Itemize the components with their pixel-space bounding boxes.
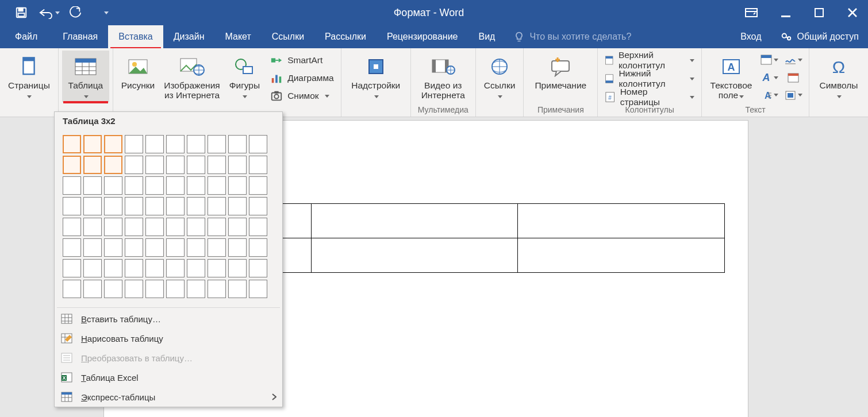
links-button[interactable]: Ссылки (479, 51, 520, 102)
grid-cell[interactable] (83, 259, 102, 277)
grid-cell[interactable] (228, 135, 247, 153)
symbols-button[interactable]: Ω Символы (813, 51, 865, 102)
grid-cell[interactable] (249, 135, 267, 153)
save-icon[interactable] (10, 0, 32, 25)
grid-cell[interactable] (83, 238, 102, 257)
pages-button[interactable]: Страницы (3, 51, 55, 102)
grid-cell[interactable] (187, 176, 205, 195)
grid-cell[interactable] (104, 135, 122, 153)
close-icon[interactable] (847, 7, 858, 18)
grid-cell[interactable] (228, 197, 247, 215)
grid-cell[interactable] (145, 156, 164, 174)
grid-cell[interactable] (83, 218, 102, 236)
screenshot-button[interactable]: Снимок (267, 88, 337, 105)
grid-cell[interactable] (249, 280, 267, 298)
grid-cell[interactable] (125, 280, 143, 298)
grid-cell[interactable] (83, 280, 102, 298)
text-box-button[interactable]: A Текстовое поле (705, 51, 757, 102)
grid-cell[interactable] (249, 197, 267, 215)
grid-cell[interactable] (228, 176, 247, 195)
tab-home[interactable]: Главная (52, 25, 108, 48)
insert-table-item[interactable]: Вставить таблицу… (55, 309, 282, 329)
comment-button[interactable]: Примечание (527, 51, 594, 102)
grid-cell[interactable] (145, 280, 164, 298)
grid-cell[interactable] (187, 280, 205, 298)
undo-icon[interactable] (33, 0, 63, 25)
grid-cell[interactable] (125, 197, 143, 215)
grid-cell[interactable] (63, 197, 81, 215)
grid-cell[interactable] (166, 197, 185, 215)
grid-cell[interactable] (166, 218, 185, 236)
wordart-button[interactable]: A (759, 71, 779, 85)
quick-tables-item[interactable]: Экспресс-таблицы (55, 387, 282, 407)
chart-button[interactable]: Диаграмма (267, 70, 337, 86)
tab-review[interactable]: Рецензирование (377, 25, 468, 48)
grid-cell[interactable] (104, 218, 122, 236)
grid-cell[interactable] (145, 176, 164, 195)
grid-cell[interactable] (208, 259, 226, 277)
drop-cap-button[interactable]: A (759, 88, 779, 102)
grid-cell[interactable] (104, 156, 122, 174)
grid-cell[interactable] (63, 280, 81, 298)
grid-cell[interactable] (125, 259, 143, 277)
grid-cell[interactable] (104, 176, 122, 195)
grid-cell[interactable] (228, 280, 247, 298)
shapes-button[interactable]: Фигуры (225, 51, 264, 102)
grid-cell[interactable] (63, 156, 81, 174)
tab-view[interactable]: Вид (468, 25, 505, 48)
grid-cell[interactable] (249, 156, 267, 174)
grid-cell[interactable] (249, 259, 267, 277)
grid-cell[interactable] (208, 176, 226, 195)
grid-cell[interactable] (104, 238, 122, 257)
grid-cell[interactable] (63, 259, 81, 277)
grid-cell[interactable] (208, 197, 226, 215)
grid-cell[interactable] (125, 156, 143, 174)
grid-cell[interactable] (83, 197, 102, 215)
grid-cell[interactable] (228, 218, 247, 236)
tell-me[interactable]: Что вы хотите сделать? (505, 25, 631, 48)
share-button[interactable]: Общий доступ (771, 25, 869, 48)
grid-cell[interactable] (166, 156, 185, 174)
grid-cell[interactable] (63, 218, 81, 236)
redo-icon[interactable] (64, 0, 86, 25)
footer-button[interactable]: Нижний колонтитул (601, 70, 698, 87)
table-button[interactable]: Таблица (62, 51, 109, 102)
grid-cell[interactable] (125, 218, 143, 236)
grid-cell[interactable] (125, 238, 143, 257)
online-pictures-button[interactable]: Изображения из Интернета (159, 51, 224, 102)
grid-cell[interactable] (208, 218, 226, 236)
grid-cell[interactable] (166, 135, 185, 153)
grid-cell[interactable] (228, 238, 247, 257)
minimize-icon[interactable] (781, 7, 791, 18)
grid-cell[interactable] (104, 280, 122, 298)
grid-cell[interactable] (145, 238, 164, 257)
pictures-button[interactable]: Рисунки (117, 51, 160, 102)
grid-cell[interactable] (145, 197, 164, 215)
online-video-button[interactable]: Видео из Интернета (414, 51, 472, 102)
page-number-button[interactable]: # Номер страницы (601, 88, 698, 106)
table-size-grid[interactable] (55, 129, 282, 306)
grid-cell[interactable] (187, 156, 205, 174)
tab-file[interactable]: Файл (0, 25, 52, 48)
grid-cell[interactable] (125, 176, 143, 195)
grid-cell[interactable] (63, 238, 81, 257)
ribbon-display-icon[interactable] (745, 8, 758, 17)
grid-cell[interactable] (187, 135, 205, 153)
tab-insert[interactable]: Вставка (108, 25, 163, 48)
maximize-icon[interactable] (814, 7, 824, 18)
signature-line-button[interactable] (783, 53, 803, 67)
header-button[interactable]: Верхний колонтитул (601, 52, 698, 69)
draw-table-item[interactable]: Нарисовать таблицу (55, 329, 282, 348)
grid-cell[interactable] (166, 238, 185, 257)
tab-references[interactable]: Ссылки (262, 25, 314, 48)
grid-cell[interactable] (208, 238, 226, 257)
sign-in-button[interactable]: Вход (731, 25, 770, 48)
grid-cell[interactable] (208, 135, 226, 153)
grid-cell[interactable] (166, 176, 185, 195)
grid-cell[interactable] (145, 218, 164, 236)
chevron-down-icon[interactable] (55, 11, 60, 14)
smartart-button[interactable]: SmartArt (267, 52, 337, 68)
grid-cell[interactable] (125, 135, 143, 153)
grid-cell[interactable] (145, 259, 164, 277)
grid-cell[interactable] (166, 259, 185, 277)
